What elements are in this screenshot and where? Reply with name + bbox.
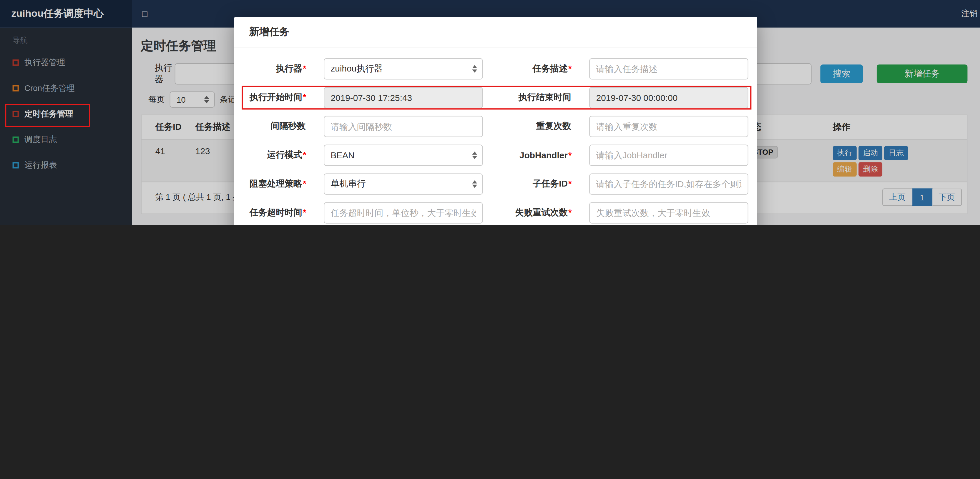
form-row: 运行模式* BEAN JobHandler* [234, 145, 757, 166]
end-time-input[interactable] [589, 87, 748, 108]
modal-title: 新增任务 [234, 17, 757, 48]
executor-label: 执行器* [234, 63, 306, 75]
retry-input[interactable] [589, 202, 748, 223]
required-mark: * [303, 63, 306, 73]
app-window: zuihou任务调度中心 □ 注销 导航 执行器管理 Cron任务管理 定时任务… [0, 0, 980, 225]
timeout-input[interactable] [324, 202, 483, 223]
run-mode-label: 运行模式* [234, 150, 306, 161]
interval-label: 间隔秒数 [234, 121, 306, 132]
block-strategy-select[interactable]: 单机串行 [324, 173, 483, 194]
timeout-label: 任务超时时间* [234, 207, 306, 218]
repeat-label: 重复次数 [500, 121, 572, 132]
start-time-label: 执行开始时间* [234, 92, 306, 103]
task-desc-input[interactable] [589, 58, 748, 80]
required-mark: * [303, 150, 306, 160]
select-caret-icon [472, 65, 477, 73]
form-row: 执行器* zuihou执行器 任务描述* [234, 58, 757, 80]
child-job-label: 子任务ID* [500, 178, 572, 190]
add-task-form: 执行器* zuihou执行器 任务描述* 执行开始时间* 执行结束时间 间隔秒数… [234, 48, 757, 225]
job-handler-label: JobHandler* [500, 150, 572, 160]
select-caret-icon [472, 180, 477, 188]
start-time-input[interactable] [324, 87, 483, 108]
required-mark: * [568, 63, 572, 73]
required-mark: * [568, 178, 572, 189]
form-row: 间隔秒数 重复次数 [234, 116, 757, 137]
required-mark: * [303, 178, 306, 189]
retry-label: 失败重试次数* [500, 207, 572, 218]
job-handler-input[interactable] [589, 145, 748, 166]
required-mark: * [568, 207, 572, 217]
block-strategy-label: 阻塞处理策略* [234, 178, 306, 190]
task-desc-label: 任务描述* [500, 63, 572, 75]
form-row: 任务超时时间* 失败重试次数* [234, 202, 757, 223]
add-task-modal: 新增任务 执行器* zuihou执行器 任务描述* 执行开始时间* 执行结束时间… [234, 17, 757, 225]
child-job-input[interactable] [589, 173, 748, 194]
required-mark: * [568, 150, 572, 160]
repeat-input[interactable] [589, 116, 748, 137]
interval-input[interactable] [324, 116, 483, 137]
end-time-label: 执行结束时间 [500, 92, 572, 103]
select-caret-icon [472, 151, 477, 159]
required-mark: * [303, 207, 306, 217]
form-row: 阻塞处理策略* 单机串行 子任务ID* [234, 173, 757, 194]
required-mark: * [303, 92, 306, 102]
executor-select[interactable]: zuihou执行器 [324, 58, 483, 80]
run-mode-select[interactable]: BEAN [324, 145, 483, 166]
form-row: 执行开始时间* 执行结束时间 [234, 87, 757, 108]
